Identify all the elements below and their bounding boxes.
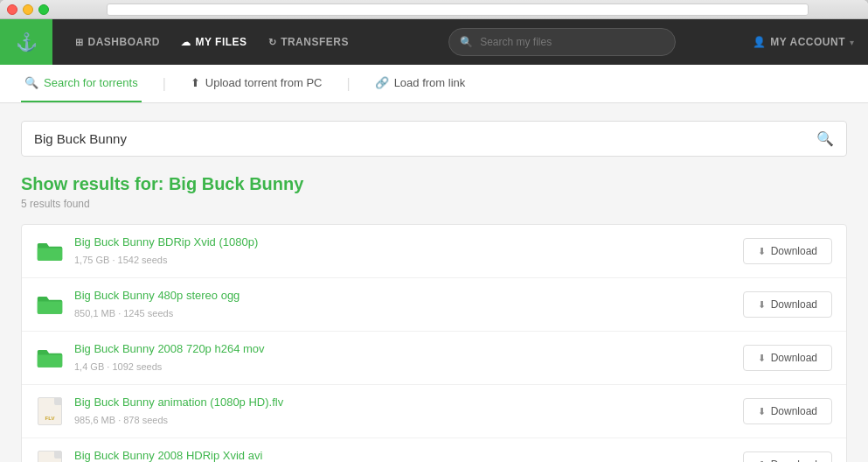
download-button[interactable]: ⬇ Download <box>743 291 832 318</box>
download-button[interactable]: ⬇ Download <box>743 398 832 424</box>
download-label: Download <box>771 298 817 311</box>
subnav-link-label: Load from link <box>394 76 466 89</box>
table-row: FLV Big Buck Bunny animation (1080p HD).… <box>22 385 846 438</box>
table-row: Big Buck Bunny 480p stereo ogg 850,1 MB … <box>22 278 846 332</box>
result-info: Big Buck Bunny 2008 720p h264 mov 1,4 GB… <box>74 342 733 374</box>
results-count: 5 results found <box>21 198 847 210</box>
flv-icon: FLV <box>38 397 62 425</box>
nav-dashboard-label: DASHBOARD <box>88 36 161 48</box>
folder-icon <box>36 290 64 318</box>
result-meta: 850,1 MB · 1245 seeds <box>74 308 173 318</box>
subnav: 🔍 Search for torrents | ⬆ Upload torrent… <box>0 65 868 103</box>
app-window: ⚓ ⊞ DASHBOARD ☁ MY FILES ↻ TRANSFERS 🔍 👤 <box>0 0 868 462</box>
download-label: Download <box>771 405 817 417</box>
titlebar <box>0 0 868 19</box>
download-icon: ⬇ <box>758 246 766 257</box>
results-prefix: Show results for: <box>21 174 163 193</box>
navbar-search-bar: 🔍 <box>448 28 676 56</box>
close-button[interactable] <box>7 4 17 15</box>
navbar-links: ⊞ DASHBOARD ☁ MY FILES ↻ TRANSFERS <box>52 31 372 53</box>
results-query: Big Buck Bunny <box>169 174 303 193</box>
result-info: Big Buck Bunny animation (1080p HD).flv … <box>74 396 733 427</box>
table-row: Big Buck Bunny BDRip Xvid (1080p) 1,75 G… <box>22 225 846 278</box>
results-header: Show results for: Big Buck Bunny 5 resul… <box>21 174 847 210</box>
file-icon: AVI <box>36 451 64 462</box>
download-label: Download <box>771 458 817 462</box>
result-info: Big Buck Bunny 480p stereo ogg 850,1 MB … <box>74 289 733 320</box>
dashboard-icon: ⊞ <box>75 37 84 48</box>
result-name[interactable]: Big Buck Bunny BDRip Xvid (1080p) <box>74 235 733 248</box>
navbar-search-input[interactable] <box>480 36 664 48</box>
navbar: ⚓ ⊞ DASHBOARD ☁ MY FILES ↻ TRANSFERS 🔍 👤 <box>0 19 868 65</box>
result-name[interactable]: Big Buck Bunny 2008 720p h264 mov <box>74 342 733 355</box>
download-icon: ⬇ <box>758 459 766 463</box>
subnav-upload-torrent[interactable]: ⬆ Upload torrent from PC <box>187 65 326 102</box>
cloud-icon: ☁ <box>181 37 191 48</box>
search-torrents-icon: 🔍 <box>24 76 38 89</box>
torrent-search-container: 🔍 <box>21 121 847 157</box>
nav-transfers-label: TRANSFERS <box>281 36 349 48</box>
account-label: MY ACCOUNT <box>770 36 845 48</box>
subnav-search-label: Search for torrents <box>44 76 138 89</box>
result-meta: 985,6 MB · 878 seeds <box>74 415 168 425</box>
navbar-search-icon: 🔍 <box>460 36 473 48</box>
account-icon: 👤 <box>753 36 766 48</box>
result-name[interactable]: Big Buck Bunny 480p stereo ogg <box>74 289 733 302</box>
nav-dashboard[interactable]: ⊞ DASHBOARD <box>66 31 169 53</box>
main: 🔍 Search for torrents | ⬆ Upload torrent… <box>0 65 868 462</box>
chevron-down-icon: ▾ <box>850 38 854 47</box>
nav-my-files-label: MY FILES <box>196 36 247 48</box>
transfers-icon: ↻ <box>268 37 277 48</box>
table-row: AVI Big Buck Bunny 2008 HDRip Xvid avi 5… <box>22 438 846 462</box>
download-label: Download <box>771 352 817 364</box>
subnav-load-link[interactable]: 🔗 Load from link <box>372 65 469 102</box>
result-info: Big Buck Bunny BDRip Xvid (1080p) 1,75 G… <box>74 235 733 267</box>
torrent-search-button[interactable]: 🔍 <box>816 130 834 147</box>
subnav-upload-label: Upload torrent from PC <box>205 76 323 89</box>
subnav-divider-2: | <box>346 76 350 92</box>
download-icon: ⬇ <box>758 299 766 311</box>
results-title: Show results for: Big Buck Bunny <box>21 174 847 194</box>
result-name[interactable]: Big Buck Bunny animation (1080p HD).flv <box>74 396 733 409</box>
download-button[interactable]: ⬇ Download <box>743 452 832 462</box>
download-label: Download <box>771 245 817 257</box>
logo-icon: ⚓ <box>16 32 38 52</box>
result-meta: 1,75 GB · 1542 seeds <box>74 255 167 265</box>
avi-icon: AVI <box>38 451 62 462</box>
folder-icon <box>36 344 64 372</box>
download-button[interactable]: ⬇ Download <box>743 345 832 371</box>
download-button[interactable]: ⬇ Download <box>743 238 832 264</box>
address-bar <box>107 4 809 16</box>
subnav-search-torrents[interactable]: 🔍 Search for torrents <box>21 65 142 102</box>
upload-icon: ⬆ <box>191 76 200 89</box>
logo[interactable]: ⚓ <box>0 19 52 65</box>
download-icon: ⬇ <box>758 406 766 417</box>
results-list: Big Buck Bunny BDRip Xvid (1080p) 1,75 G… <box>21 224 847 462</box>
file-icon: FLV <box>36 397 64 425</box>
minimize-button[interactable] <box>23 4 33 15</box>
result-info: Big Buck Bunny 2008 HDRip Xvid avi 532 M… <box>74 449 733 462</box>
nav-my-files[interactable]: ☁ MY FILES <box>172 31 256 53</box>
content: 🔍 Show results for: Big Buck Bunny 5 res… <box>0 103 868 462</box>
download-icon: ⬇ <box>758 353 766 364</box>
table-row: Big Buck Bunny 2008 720p h264 mov 1,4 GB… <box>22 332 846 385</box>
maximize-button[interactable] <box>38 4 49 15</box>
account-menu[interactable]: 👤 MY ACCOUNT ▾ <box>753 36 868 48</box>
result-name[interactable]: Big Buck Bunny 2008 HDRip Xvid avi <box>74 449 733 462</box>
folder-icon <box>36 237 64 265</box>
link-icon: 🔗 <box>375 76 389 89</box>
navbar-search: 🔍 <box>372 28 753 56</box>
subnav-divider-1: | <box>163 76 166 92</box>
torrent-search-input[interactable] <box>34 131 816 146</box>
result-meta: 1,4 GB · 1092 seeds <box>74 361 162 372</box>
nav-transfers[interactable]: ↻ TRANSFERS <box>260 31 358 53</box>
